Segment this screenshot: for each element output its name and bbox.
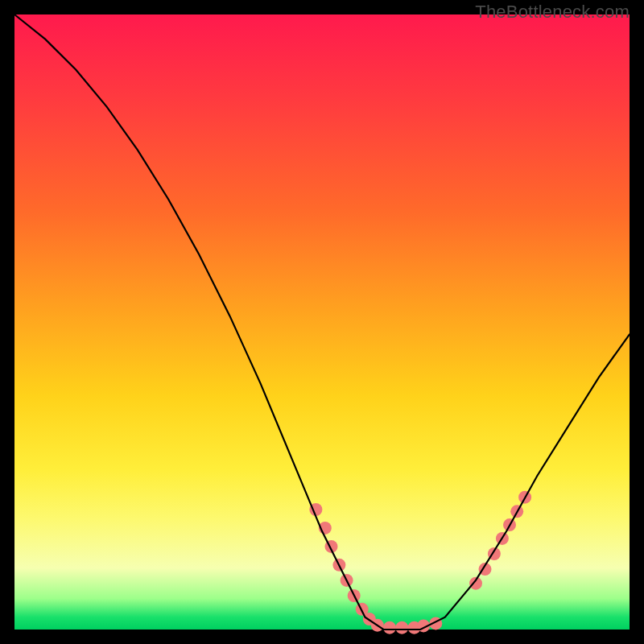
bottleneck-curve-path: [14, 14, 630, 630]
plot-area: [14, 14, 630, 630]
watermark-text: TheBottleneck.com: [475, 2, 630, 23]
marker-dot: [395, 621, 408, 634]
marker-layer: [309, 491, 531, 634]
chart-frame: TheBottleneck.com: [0, 0, 644, 644]
chart-svg: [14, 14, 630, 630]
marker-dot: [383, 621, 396, 634]
